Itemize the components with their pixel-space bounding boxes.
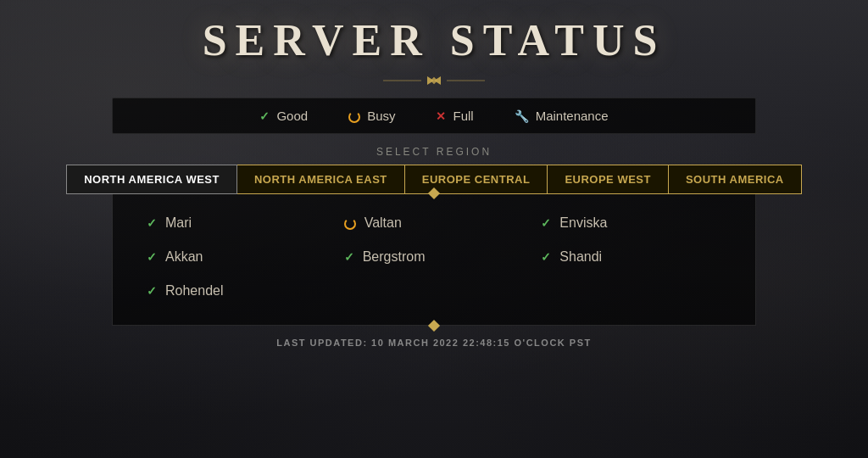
legend-good-label: Good (276, 109, 308, 123)
bergstrom-status-icon: ✓ (344, 250, 354, 264)
server-item-valtan: Valtan (336, 206, 533, 240)
maintenance-icon: 🔧 (515, 109, 529, 123)
tab-europe-west[interactable]: EUROPE WEST (548, 165, 669, 194)
server-item-enviska: ✓ Enviska (532, 206, 730, 240)
tab-europe-central[interactable]: EUROPE CENTRAL (405, 165, 548, 194)
shandi-status-icon: ✓ (541, 250, 551, 264)
server-name-bergstrom: Bergstrom (363, 249, 426, 265)
server-item-akkan: ✓ Akkan (138, 240, 336, 274)
good-icon: ✓ (259, 109, 270, 123)
legend-maintenance-label: Maintenance (536, 109, 609, 123)
server-item-empty-2 (532, 274, 730, 308)
bottom-diamond (428, 320, 440, 332)
full-icon: ✕ (436, 109, 446, 123)
server-item-shandi: ✓ Shandi (532, 240, 730, 274)
busy-icon (348, 111, 360, 123)
tab-north-america-east[interactable]: NORTH AMERICA EAST (237, 165, 405, 194)
select-region-label: SELECT REGION (376, 146, 492, 158)
legend-busy: Busy (348, 109, 395, 123)
server-item-mari: ✓ Mari (138, 206, 336, 240)
rohendel-status-icon: ✓ (147, 284, 157, 298)
legend-full-label: Full (453, 109, 473, 123)
valtan-status-icon (344, 218, 356, 230)
server-name-rohendel: Rohendel (165, 283, 224, 299)
page-title: SERVER STATUS (203, 15, 666, 65)
legend-maintenance: 🔧 Maintenance (515, 109, 609, 123)
enviska-status-icon: ✓ (541, 216, 551, 230)
server-name-akkan: Akkan (165, 249, 203, 265)
ornament-decoration (383, 72, 485, 89)
server-name-enviska: Enviska (559, 215, 607, 231)
legend-good: ✓ Good (259, 109, 308, 123)
server-item-rohendel: ✓ Rohendel (138, 274, 336, 308)
servers-grid: ✓ Mari Valtan ✓ Enviska ✓ Akkan ✓ Bergst… (138, 201, 730, 308)
server-item-empty-1 (336, 274, 533, 308)
legend-bar: ✓ Good Busy ✕ Full 🔧 Maintenance (112, 98, 756, 134)
akkan-status-icon: ✓ (147, 250, 157, 264)
last-updated: LAST UPDATED: 10 MARCH 2022 22:48:15 O'C… (276, 338, 591, 348)
servers-panel: ✓ Mari Valtan ✓ Enviska ✓ Akkan ✓ Bergst… (112, 194, 756, 326)
server-name-valtan: Valtan (364, 215, 402, 231)
mari-status-icon: ✓ (147, 216, 157, 230)
tab-south-america[interactable]: SOUTH AMERICA (669, 165, 802, 194)
svg-rect-4 (431, 77, 437, 84)
server-item-bergstrom: ✓ Bergstrom (336, 240, 533, 274)
legend-full: ✕ Full (436, 109, 473, 123)
server-name-mari: Mari (165, 215, 192, 231)
tab-north-america-west[interactable]: NORTH AMERICA WEST (66, 165, 237, 194)
server-name-shandi: Shandi (559, 249, 602, 265)
legend-busy-label: Busy (367, 109, 395, 123)
